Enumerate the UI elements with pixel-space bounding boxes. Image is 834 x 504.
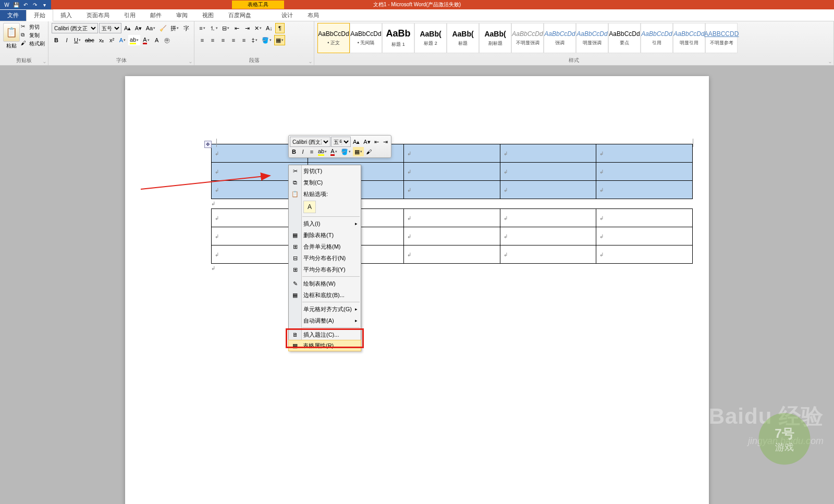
mini-increase-indent[interactable]: ⇥ [382, 137, 390, 146]
style-item[interactable]: AaBbCcDd• 正文 [317, 23, 350, 53]
mini-font-combo[interactable]: Calibri (西文正 [290, 137, 330, 147]
tab-baidu[interactable]: 百度网盘 [221, 10, 259, 21]
ctx-distribute-cols[interactable]: ⊞平均分布各列(Y) [289, 264, 361, 275]
tab-mailings[interactable]: 邮件 [143, 10, 169, 21]
shrink-font-button[interactable]: A▾ [133, 23, 143, 33]
strikethrough-button[interactable]: abc [83, 35, 96, 45]
mini-shading[interactable]: 🪣 [339, 147, 352, 156]
cut-button[interactable]: ✂剪切 [21, 23, 45, 31]
table-row[interactable]: ↲↲↲↲↲ [212, 163, 693, 181]
style-item[interactable]: AaBb(标题 [447, 23, 479, 53]
style-item[interactable]: AaBbCcDd明显强调 [576, 23, 608, 53]
tab-insert[interactable]: 插入 [53, 10, 79, 21]
ctx-copy[interactable]: ⧉复制(C) [289, 177, 361, 188]
phonetic-button[interactable]: 拼 [169, 23, 180, 33]
char-border-button[interactable]: A [152, 35, 162, 45]
line-spacing-button[interactable]: ‡ [250, 35, 259, 45]
style-item[interactable]: AABBCCDD不明显参考 [705, 23, 738, 53]
format-painter-button[interactable]: 🖌格式刷 [21, 40, 45, 48]
save-icon[interactable]: 💾 [13, 1, 20, 8]
bold-button[interactable]: B [52, 35, 61, 45]
style-item[interactable]: AaBbCcDd不明显强调 [511, 23, 544, 53]
mini-shrink-font[interactable]: A▾ [362, 137, 372, 146]
superscript-button[interactable]: x² [107, 35, 117, 45]
table-row[interactable]: ↲↲↲↲↲ [212, 245, 693, 264]
styles-gallery[interactable]: AaBbCcDd• 正文AaBbCcDd• 无间隔AaBb标题 1AaBb(标题… [317, 23, 830, 53]
table-row[interactable]: ↲↲↲↲↲ [212, 181, 693, 199]
document-area[interactable]: ✥ ↲↲↲↲↲ ↲↲↲↲↲ ↲↲↲↲↲ ↲ ↲↲↲↲↲ ↲↲↲↲↲ ↲↲↲↲↲ … [0, 66, 834, 504]
text-effects-button[interactable]: A [118, 35, 127, 45]
table-row[interactable]: ↲↲↲↲↲ [212, 144, 693, 163]
ctx-borders[interactable]: ▦边框和底纹(B)... [289, 289, 361, 301]
table-row[interactable]: ↲↲↲↲↲ [212, 227, 693, 245]
style-item[interactable]: AaBbCcDd强调 [544, 23, 576, 53]
undo-icon[interactable]: ↶ [22, 1, 29, 8]
font-size-combo[interactable]: 五号 [99, 23, 121, 33]
show-marks-button[interactable]: ¶ [275, 23, 285, 33]
asian-layout-button[interactable]: ✕ [253, 23, 263, 33]
tab-page-layout[interactable]: 页面布局 [79, 10, 117, 21]
bullets-button[interactable]: ≡ [198, 23, 207, 33]
mini-font-color[interactable]: A [329, 147, 338, 156]
align-center-button[interactable]: ≡ [208, 35, 217, 45]
font-family-combo[interactable]: Calibri (西文正 [52, 23, 98, 33]
char-shading-button[interactable]: ㊥ [163, 35, 172, 45]
tab-home[interactable]: 开始 [26, 9, 53, 21]
mini-align[interactable]: ≡ [308, 147, 316, 156]
mini-italic[interactable]: I [299, 147, 307, 156]
tab-table-layout[interactable]: 布局 [300, 10, 326, 21]
font-color-button[interactable]: A [141, 35, 151, 45]
decrease-indent-button[interactable]: ⇤ [232, 23, 241, 33]
style-item[interactable]: AaBb(标题 2 [414, 23, 447, 53]
style-item[interactable]: AaBbCcDd• 无间隔 [350, 23, 382, 53]
tab-file[interactable]: 文件 [0, 10, 26, 21]
grow-font-button[interactable]: A▴ [122, 23, 132, 33]
tab-review[interactable]: 审阅 [169, 10, 195, 21]
table-move-handle[interactable]: ✥ [204, 141, 212, 148]
subscript-button[interactable]: x₂ [97, 35, 106, 45]
ctx-autofit[interactable]: 自动调整(A) [289, 315, 361, 326]
clear-format-button[interactable]: 🧹 [158, 23, 168, 33]
ctx-merge-cells[interactable]: ⊞合并单元格(M) [289, 241, 361, 252]
ctx-table-properties[interactable]: ▦表格属性(R)... [288, 340, 361, 351]
numbering-button[interactable]: ⒈ [208, 23, 219, 33]
tab-view[interactable]: 视图 [195, 10, 221, 21]
mini-decrease-indent[interactable]: ⇤ [373, 137, 381, 146]
table-unselected[interactable]: ↲↲↲↲↲ ↲↲↲↲↲ ↲↲↲↲↲ [211, 208, 693, 264]
style-item[interactable]: AaBbCcDd明显引用 [673, 23, 705, 53]
mini-grow-font[interactable]: A▴ [351, 137, 361, 146]
underline-button[interactable]: U [72, 35, 82, 45]
ctx-draw-table[interactable]: ✎绘制表格(W) [289, 278, 361, 289]
paste-button[interactable]: 📋 [3, 23, 20, 42]
ctx-cut[interactable]: ✂剪切(T) [289, 165, 361, 177]
table-row[interactable]: ↲↲↲↲↲ [212, 209, 693, 227]
paste-keep-text[interactable]: A [303, 201, 316, 213]
table-selected[interactable]: ↲↲↲↲↲ ↲↲↲↲↲ ↲↲↲↲↲ [211, 144, 693, 199]
ctx-insert[interactable]: 插入(I) [289, 218, 361, 229]
distributed-button[interactable]: ≡ [239, 35, 249, 45]
borders-button[interactable]: ▦ [274, 35, 285, 45]
enclose-button[interactable]: 字 [181, 23, 191, 33]
increase-indent-button[interactable]: ⇥ [242, 23, 252, 33]
shading-button[interactable]: 🪣 [260, 35, 273, 45]
change-case-button[interactable]: Aa [144, 23, 157, 33]
justify-button[interactable]: ≡ [229, 35, 238, 45]
tab-references[interactable]: 引用 [117, 10, 143, 21]
tab-table-design[interactable]: 设计 [274, 10, 300, 21]
multilevel-button[interactable]: ⊟ [220, 23, 231, 33]
style-item[interactable]: AaBb标题 1 [382, 23, 414, 53]
align-left-button[interactable]: ≡ [198, 35, 207, 45]
mini-highlight[interactable]: ab [316, 147, 328, 156]
mini-bold[interactable]: B [290, 147, 298, 156]
italic-button[interactable]: I [62, 35, 71, 45]
style-item[interactable]: AaBbCcDd引用 [641, 23, 673, 53]
qat-more-icon[interactable]: ▾ [41, 1, 48, 8]
copy-button[interactable]: ⧉复制 [21, 31, 45, 40]
align-right-button[interactable]: ≡ [218, 35, 228, 45]
ctx-caption[interactable]: 🗎插入题注(C)... [289, 329, 361, 340]
mini-borders[interactable]: ▦ [353, 147, 364, 156]
ctx-distribute-rows[interactable]: ⊟平均分布各行(N) [289, 252, 361, 264]
mini-size-combo[interactable]: 五号 [331, 137, 351, 147]
style-item[interactable]: AaBbCcDd要点 [608, 23, 641, 53]
style-item[interactable]: AaBb(副标题 [479, 23, 511, 53]
